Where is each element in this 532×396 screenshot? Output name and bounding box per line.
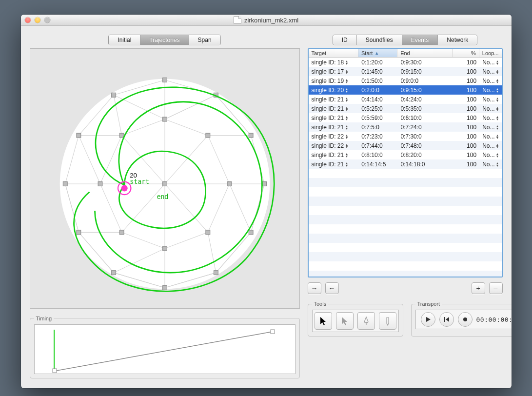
minimize-icon[interactable] — [35, 17, 40, 23]
record-button[interactable] — [458, 312, 473, 327]
stepper-icon[interactable]: ▴▾ — [346, 69, 348, 74]
table-body[interactable]: single ID: 18▴▾0:1:20:00:9:30:0100No...▴… — [309, 58, 502, 277]
tool-select[interactable] — [315, 312, 332, 330]
table-row[interactable]: single ID: 20▴▾0:2:0:00:9:15:0100No...▴▾ — [309, 85, 502, 95]
svg-rect-1 — [162, 78, 167, 82]
next-button[interactable]: → — [308, 282, 321, 294]
stepper-icon[interactable]: ▴▾ — [346, 79, 348, 83]
stepper-icon[interactable]: ▴▾ — [496, 143, 498, 148]
timing-label: Timing — [34, 316, 54, 321]
stepper-icon[interactable]: ▴▾ — [346, 116, 348, 120]
stepper-icon[interactable]: ▴▾ — [496, 69, 498, 74]
table-header: Target Start▲ End % Loop... — [309, 49, 502, 58]
trajectory-canvas[interactable]: 20 start end — [30, 48, 300, 309]
tab-events[interactable]: Events — [402, 35, 438, 45]
tab-span[interactable]: Span — [189, 35, 220, 45]
table-row-empty — [309, 187, 502, 197]
svg-rect-19 — [227, 182, 232, 186]
stepper-icon[interactable]: ▴▾ — [346, 162, 348, 167]
stepper-icon[interactable]: ▴▾ — [346, 88, 348, 93]
svg-rect-21 — [162, 182, 167, 186]
table-row-empty — [309, 215, 502, 224]
tab-initial[interactable]: Initial — [109, 35, 140, 45]
table-row-empty — [309, 169, 502, 178]
svg-rect-18 — [205, 230, 210, 235]
stepper-icon[interactable]: ▴▾ — [496, 162, 498, 167]
end-label: end — [157, 193, 168, 200]
table-row[interactable]: single ID: 21▴▾0:5:59:00:6:10:0100No...▴… — [309, 113, 502, 122]
col-loop[interactable]: Loop... — [479, 49, 502, 57]
tab-network[interactable]: Network — [438, 35, 477, 45]
stepper-icon[interactable]: ▴▾ — [496, 134, 498, 139]
svg-rect-6 — [111, 271, 116, 275]
tool-pencil[interactable] — [379, 312, 396, 330]
stepper-icon[interactable]: ▴▾ — [346, 125, 348, 130]
svg-rect-17 — [162, 246, 167, 251]
sort-asc-icon: ▲ — [374, 51, 379, 56]
start-label: start — [130, 178, 149, 185]
svg-rect-2 — [111, 93, 116, 97]
table-row[interactable]: single ID: 21▴▾0:14:14:50:14:18:0100No..… — [309, 159, 502, 169]
tool-pen[interactable] — [357, 312, 375, 330]
zoom-icon[interactable] — [44, 17, 50, 23]
titlebar[interactable]: zirkonium_mk2.xml — [21, 15, 512, 26]
add-button[interactable]: + — [472, 282, 485, 294]
table-row-empty — [309, 197, 502, 206]
table-row[interactable]: single ID: 21▴▾0:5:25:00:5:35:0100No...▴… — [309, 104, 502, 113]
svg-rect-5 — [76, 230, 80, 235]
tools-label: Tools — [312, 301, 329, 307]
svg-rect-4 — [63, 182, 67, 186]
stepper-icon[interactable]: ▴▾ — [496, 153, 498, 158]
prev-button[interactable]: ← — [325, 282, 339, 294]
traffic-lights — [25, 17, 50, 23]
svg-rect-27 — [271, 330, 275, 334]
view-mode-tabs: InitialTrajectoriesSpan — [108, 35, 220, 45]
tab-id[interactable]: ID — [333, 35, 357, 45]
table-row[interactable]: single ID: 21▴▾0:8:10:00:8:20:0100No...▴… — [309, 150, 502, 159]
table-row[interactable]: single ID: 22▴▾0:7:23:00:7:30:0100No...▴… — [309, 132, 502, 141]
tab-trajectories[interactable]: Trajectories — [140, 35, 189, 45]
timing-canvas[interactable] — [34, 324, 296, 374]
table-row[interactable]: single ID: 19▴▾0:1:50:00:9:0:0100No...▴▾ — [309, 76, 502, 85]
stepper-icon[interactable]: ▴▾ — [496, 60, 498, 65]
svg-rect-3 — [76, 133, 80, 138]
svg-point-23 — [121, 185, 127, 191]
table-row[interactable]: single ID: 18▴▾0:1:20:00:9:30:0100No...▴… — [309, 58, 502, 67]
timing-group: Timing — [30, 316, 300, 378]
svg-rect-8 — [214, 271, 218, 275]
remove-button[interactable]: – — [489, 282, 503, 294]
col-start[interactable]: Start▲ — [358, 49, 397, 57]
table-row-empty — [309, 224, 502, 234]
tab-soundfiles[interactable]: Soundfiles — [357, 35, 402, 45]
col-percent[interactable]: % — [453, 49, 479, 57]
stepper-icon[interactable]: ▴▾ — [346, 134, 348, 139]
stepper-icon[interactable]: ▴▾ — [496, 79, 498, 83]
svg-line-26 — [57, 332, 273, 371]
stepper-icon[interactable]: ▴▾ — [346, 143, 348, 148]
stepper-icon[interactable]: ▴▾ — [496, 116, 498, 120]
col-target[interactable]: Target — [309, 49, 359, 57]
stepper-icon[interactable]: ▴▾ — [346, 106, 348, 111]
svg-rect-11 — [249, 133, 253, 138]
stepper-icon[interactable]: ▴▾ — [496, 88, 498, 93]
table-row[interactable]: single ID: 21▴▾0:7:5:00:7:24:0100No...▴▾ — [309, 122, 502, 132]
timecode-display: 00:00:00:000 — [476, 316, 512, 323]
stepper-icon[interactable]: ▴▾ — [496, 97, 498, 102]
table-row[interactable]: single ID: 22▴▾0:7:44:00:7:48:0100No...▴… — [309, 141, 502, 150]
col-end[interactable]: End — [397, 49, 453, 57]
close-icon[interactable] — [25, 17, 31, 23]
table-row[interactable]: single ID: 21▴▾0:4:14:00:4:24:0100No...▴… — [309, 95, 502, 104]
rewind-button[interactable] — [439, 312, 454, 327]
svg-rect-25 — [53, 369, 57, 373]
svg-rect-20 — [205, 133, 210, 138]
table-row[interactable]: single ID: 17▴▾0:1:45:00:9:15:0100No...▴… — [309, 67, 502, 76]
stepper-icon[interactable]: ▴▾ — [496, 125, 498, 130]
tool-direct-select[interactable] — [336, 312, 354, 330]
stepper-icon[interactable]: ▴▾ — [346, 97, 348, 102]
stepper-icon[interactable]: ▴▾ — [496, 106, 498, 111]
stepper-icon[interactable]: ▴▾ — [346, 60, 348, 65]
transport-group: Transport 00:00:00:000 — [411, 301, 512, 337]
stepper-icon[interactable]: ▴▾ — [346, 153, 348, 158]
svg-rect-28 — [444, 317, 445, 322]
play-button[interactable] — [421, 312, 435, 327]
